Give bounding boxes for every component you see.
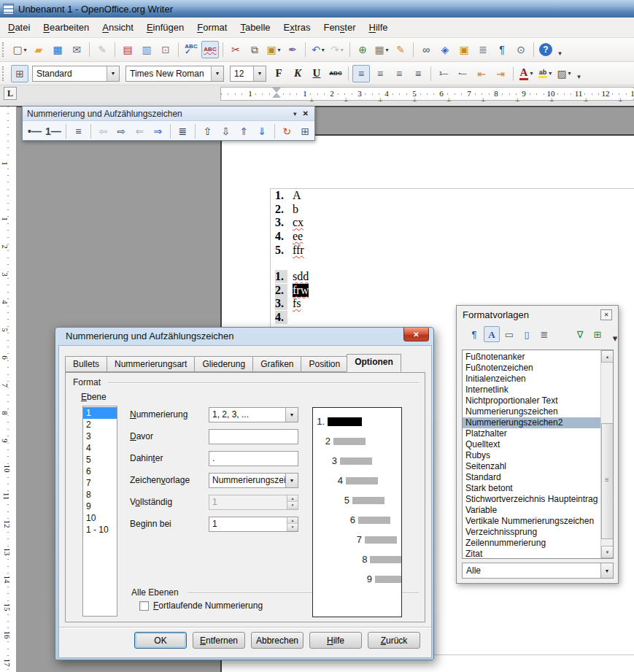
print-icon[interactable]: ▥▾	[138, 41, 155, 58]
level-item[interactable]: 10	[83, 512, 117, 524]
styles-filter-combo[interactable]: Alle ▼	[462, 563, 614, 579]
hyperlink-icon[interactable]: ⊕▾	[354, 41, 371, 58]
align-center-icon[interactable]: ≡▾	[371, 65, 389, 82]
tab-grafiken[interactable]: Grafiken	[252, 356, 301, 372]
save-icon[interactable]: ▦▾	[49, 41, 66, 58]
style-item[interactable]: Vertikale Nummerierungszeichen	[463, 516, 600, 527]
auto-spellcheck-icon[interactable]: ABC▾	[201, 41, 219, 58]
level-item[interactable]: 6	[83, 466, 117, 477]
consecutive-numbering-row[interactable]: Fortlaufende Nummerierung	[139, 600, 263, 611]
underline-icon[interactable]: U▾	[308, 65, 325, 82]
tab-nummerierungsart[interactable]: Nummerierungsart	[107, 356, 194, 372]
open-folder-icon[interactable]: ▰▾	[30, 41, 47, 58]
align-right-icon[interactable]: ≡▾	[390, 65, 408, 82]
style-item[interactable]: Verzeichnissprung	[463, 527, 600, 538]
toolbar-menu-icon[interactable]: ▾	[289, 110, 301, 117]
bold-icon[interactable]: F▾	[270, 65, 287, 82]
style-item[interactable]: Rubys	[463, 450, 600, 461]
copy-icon[interactable]: ⧉▾	[246, 41, 263, 58]
styles-window-icon[interactable]: ⊞▾	[11, 65, 28, 82]
combo-dropdown-icon[interactable]: ▼	[253, 66, 266, 81]
list-line[interactable]: 2.frw	[275, 284, 309, 298]
font-name-combo[interactable]: Times New Roman▼	[125, 66, 224, 82]
dropdown-arrow-icon[interactable]: ▾	[278, 47, 281, 53]
tab-type-selector[interactable]: L	[4, 87, 17, 100]
style-item[interactable]: Seitenzahl	[463, 461, 600, 472]
menu-hilfe[interactable]: Hilfe	[363, 18, 395, 37]
combo-dropdown-icon[interactable]: ▼	[107, 66, 119, 81]
dropdown-arrow-icon[interactable]: ▾	[549, 70, 552, 77]
first-line-indent-icon[interactable]	[272, 88, 281, 93]
page-styles-icon[interactable]: ▯▾	[519, 326, 535, 342]
list-line[interactable]: 1.sdd	[275, 270, 309, 284]
field-control[interactable]: ▼ ▲▼	[209, 429, 298, 444]
list-line[interactable]: 3.cx	[275, 216, 304, 230]
level-item[interactable]: 8	[83, 489, 117, 501]
entfernen-button[interactable]: Entfernen	[193, 632, 245, 649]
dropdown-arrow-icon[interactable]: ▾	[530, 70, 533, 77]
dropdown-arrow-icon[interactable]: ▾	[341, 47, 344, 53]
page-preview-icon[interactable]: ⊡▾	[157, 41, 174, 58]
dialog-close-button[interactable]: ✕	[403, 328, 429, 341]
menu-ansicht[interactable]: Ansicht	[96, 18, 140, 37]
decrease-indent-icon[interactable]: ⇤▾	[473, 65, 490, 82]
strikethrough-icon[interactable]: ABC▾	[327, 65, 344, 82]
character-styles-icon[interactable]: A▾	[484, 326, 500, 342]
style-item[interactable]: Stark betont	[463, 483, 600, 494]
level-listbox[interactable]: 123456789101 - 10	[82, 406, 117, 617]
spin-down-icon[interactable]: ▼	[287, 524, 298, 531]
styles-panel-titlebar[interactable]: Formatvorlagen ✕	[457, 306, 618, 323]
insert-unnumbered-entry-icon[interactable]: ≣▾	[174, 123, 191, 139]
field-control[interactable]: . ▼ ▲▼	[209, 451, 298, 466]
style-item[interactable]: Variable	[463, 505, 600, 516]
move-up-with-subpoints-icon[interactable]: ⇑▾	[236, 123, 252, 139]
list-line[interactable]: 4.	[275, 311, 309, 325]
list-line[interactable]: 1.A	[275, 189, 304, 203]
export-pdf-icon[interactable]: ▤▾	[119, 41, 136, 58]
email-icon[interactable]: ✉▾	[68, 41, 85, 58]
promote-level-icon[interactable]: ⇦▾	[95, 123, 112, 139]
align-justify-icon[interactable]: ≡▾	[409, 65, 427, 82]
spin-up-icon[interactable]: ▲	[287, 517, 298, 525]
numbered-list-icon[interactable]: 1—▾	[435, 65, 452, 82]
background-color-icon[interactable]: ▨▾	[555, 65, 573, 82]
bullet-list-icon[interactable]: •—▾	[454, 65, 471, 82]
zurueck-button[interactable]: Zurück	[368, 632, 420, 649]
find-replace-icon[interactable]: ∞▾	[417, 41, 435, 58]
level-item[interactable]: 4	[83, 442, 117, 454]
numbering-off-icon[interactable]: ≡▾	[70, 123, 87, 139]
styles-panel-close-icon[interactable]: ✕	[600, 309, 612, 320]
toolbar-overflow-icon[interactable]: ▾▾	[555, 41, 565, 58]
menu-fenster[interactable]: Fenster	[317, 18, 362, 37]
style-item[interactable]: Internetlink	[463, 385, 600, 395]
redo-icon[interactable]: ↷▾	[328, 41, 346, 58]
cut-icon[interactable]: ✂▾	[227, 41, 244, 58]
menu-extras[interactable]: Extras	[277, 18, 317, 37]
spinner-buttons[interactable]: ▲▼	[287, 517, 298, 531]
menu-tabelle[interactable]: Tabelle	[233, 18, 277, 37]
nonprinting-characters-icon[interactable]: ¶▾	[493, 41, 511, 58]
scroll-down-icon[interactable]: ▼	[601, 546, 614, 558]
style-item[interactable]: Fußnotenanker	[463, 352, 600, 363]
tab-position[interactable]: Position	[301, 356, 347, 372]
field-control[interactable]: 1 ▼ ▲▼	[209, 517, 298, 532]
list-line[interactable]: 5.ffr	[275, 243, 304, 257]
field-control[interactable]: Nummerierungszeic ▼ ▲▼	[209, 473, 298, 488]
level-item[interactable]: 2	[83, 419, 117, 430]
format-paintbrush-icon[interactable]: ✒▾	[284, 41, 301, 58]
fill-format-mode-icon[interactable]: ∇▾	[572, 326, 588, 342]
style-item[interactable]: Platzhalter	[463, 428, 600, 439]
combo-dropdown-icon[interactable]: ▼	[285, 474, 298, 487]
list-line[interactable]: 4.ee	[275, 230, 304, 244]
font-color-icon[interactable]: A▾	[517, 65, 535, 82]
scroll-thumb[interactable]	[601, 423, 614, 539]
restart-numbering-icon[interactable]: ↻▾	[279, 123, 295, 139]
frame-styles-icon[interactable]: ▭▾	[501, 326, 517, 342]
spin-up-icon[interactable]: ▲	[287, 495, 298, 503]
level-item[interactable]: 3	[83, 430, 117, 442]
increase-indent-icon[interactable]: ⇥▾	[492, 65, 509, 82]
combo-dropdown-icon[interactable]: ▼	[600, 563, 613, 578]
level-item[interactable]: 7	[83, 477, 117, 489]
dropdown-arrow-icon[interactable]: ▾	[568, 70, 571, 77]
spellcheck-icon[interactable]: ABC▾	[182, 41, 200, 58]
